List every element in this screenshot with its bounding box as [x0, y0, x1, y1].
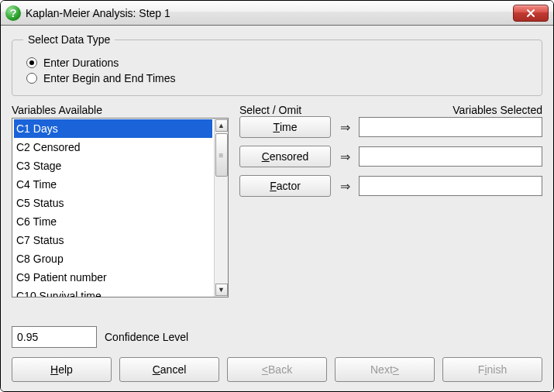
scroll-up-button[interactable]: ▲	[215, 119, 228, 132]
list-item[interactable]: C7 Status	[14, 231, 212, 249]
list-item[interactable]: C9 Patient number	[14, 268, 212, 287]
left-column: Variables Available C1 Days C2 Censored …	[12, 104, 229, 318]
radio-enter-begin-end[interactable]: Enter Begin and End Times	[26, 72, 531, 84]
data-type-legend: Select Data Type	[23, 33, 115, 46]
time-field[interactable]	[359, 117, 542, 137]
list-item[interactable]: C3 Stage	[14, 156, 212, 175]
factor-field[interactable]	[359, 176, 542, 196]
client-area: Select Data Type Enter Durations Enter B…	[1, 26, 553, 391]
variables-listbox[interactable]: C1 Days C2 Censored C3 Stage C4 Time C5 …	[12, 118, 229, 297]
censored-field[interactable]	[359, 146, 542, 167]
right-header: Select / Omit Variables Selected	[239, 104, 542, 116]
close-icon	[526, 9, 535, 18]
list-item[interactable]: C4 Time	[14, 175, 212, 194]
variables-available-label: Variables Available	[12, 104, 229, 116]
scroll-down-button[interactable]: ▼	[215, 284, 228, 296]
confidence-label: Confidence Level	[105, 331, 188, 343]
list-item[interactable]: C10 Survival time	[14, 287, 212, 297]
radio-icon	[26, 57, 37, 68]
variables-list: C1 Days C2 Censored C3 Stage C4 Time C5 …	[12, 119, 214, 297]
dialog-window: Kaplan-Meier Analysis: Step 1 Select Dat…	[0, 0, 554, 392]
assign-time-row: Time ⇒	[239, 116, 542, 138]
radio-label: Enter Durations	[43, 57, 119, 69]
title-bar: Kaplan-Meier Analysis: Step 1	[1, 1, 553, 26]
list-item[interactable]: C5 Status	[14, 194, 212, 212]
next-button[interactable]: Next >	[335, 357, 435, 382]
data-type-group: Select Data Type Enter Durations Enter B…	[12, 33, 542, 96]
select-omit-label: Select / Omit	[239, 104, 301, 116]
arrow-icon: ⇒	[337, 179, 353, 194]
factor-button[interactable]: Factor	[239, 175, 331, 197]
list-item[interactable]: C1 Days	[14, 119, 212, 138]
window-title: Kaplan-Meier Analysis: Step 1	[26, 7, 513, 19]
censored-button[interactable]: Censored	[239, 146, 331, 167]
list-item[interactable]: C2 Censored	[14, 138, 212, 156]
radio-label: Enter Begin and End Times	[43, 72, 175, 84]
radio-enter-durations[interactable]: Enter Durations	[26, 57, 531, 69]
right-column: Select / Omit Variables Selected Time ⇒ …	[239, 104, 542, 318]
variables-selected-label: Variables Selected	[452, 104, 542, 116]
scrollbar[interactable]: ▲ ▼	[214, 119, 228, 297]
back-button[interactable]: < Back	[227, 357, 327, 382]
assign-rows: Time ⇒ Censored ⇒ Factor	[239, 116, 542, 197]
assign-factor-row: Factor ⇒	[239, 175, 542, 197]
list-item[interactable]: C8 Group	[14, 249, 212, 268]
close-button[interactable]	[513, 5, 549, 22]
confidence-input[interactable]	[12, 326, 97, 348]
assign-censored-row: Censored ⇒	[239, 146, 542, 167]
list-item[interactable]: C6 Time	[14, 212, 212, 231]
button-row: Help Cancel < Back Next > Finish	[12, 357, 542, 382]
help-icon	[5, 5, 21, 21]
cancel-button[interactable]: Cancel	[119, 357, 219, 382]
finish-button[interactable]: Finish	[442, 357, 542, 382]
arrow-icon: ⇒	[337, 150, 353, 164]
middle-area: Variables Available C1 Days C2 Censored …	[12, 104, 542, 318]
help-button[interactable]: Help	[12, 357, 112, 382]
scroll-thumb[interactable]	[215, 133, 228, 177]
confidence-row: Confidence Level	[12, 326, 542, 348]
time-button[interactable]: Time	[239, 116, 331, 138]
radio-icon	[26, 73, 37, 84]
arrow-icon: ⇒	[337, 120, 353, 135]
